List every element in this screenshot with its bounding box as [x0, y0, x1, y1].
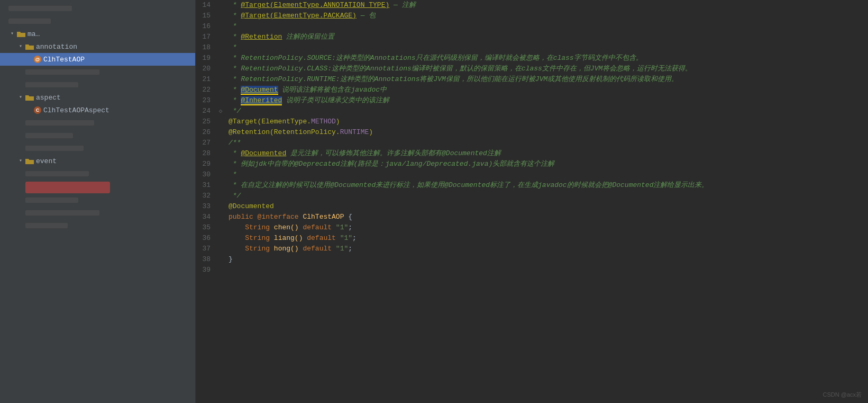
tree-item-label: aspect: [36, 94, 61, 102]
code-line: 24◇ */: [196, 106, 868, 117]
code-token-line: * @Inherited 说明子类可以继承父类中的该注解: [224, 95, 868, 106]
code-token-line: @Target(ElementType.METHOD): [224, 117, 868, 127]
code-line: 31 * 在自定义注解的时候可以使用@Documented来进行标注，如果使用@…: [196, 180, 868, 191]
line-number: 20: [196, 64, 217, 74]
line-number: 23: [196, 95, 217, 106]
tree-item-label: ma…: [28, 30, 40, 38]
tree-item-label: event: [36, 157, 57, 165]
chevron-icon: [8, 30, 16, 38]
line-number: 28: [196, 148, 217, 159]
code-line: 34public @interface ClhTestAOP {: [196, 212, 868, 222]
tree-item-main[interactable]: ma…: [0, 28, 195, 40]
line-number: 15: [196, 11, 217, 21]
code-token-line: String chen() default "1";: [224, 222, 868, 233]
code-line: 20 * RetentionPolicy.CLASS:这种类型的Annotati…: [196, 64, 868, 74]
chevron-icon: [17, 157, 24, 165]
code-line: 35 String chen() default "1";: [196, 222, 868, 233]
code-line: 23 * @Inherited 说明子类可以继承父类中的该注解: [196, 95, 868, 106]
code-line: 15 * @Target(ElementType.PACKAGE) — 包: [196, 11, 868, 21]
tree-item-blurred12: [0, 219, 195, 232]
line-number: 34: [196, 212, 217, 222]
code-token-line: *: [224, 42, 868, 53]
code-token-line: *: [224, 21, 868, 32]
code-token-line: * @Retention 注解的保留位置: [224, 32, 868, 42]
code-token-line: * RetentionPolicy.SOURCE:这种类型的Annotation…: [224, 53, 868, 64]
code-line: 27/**: [196, 138, 868, 148]
code-line: 16 *: [196, 21, 868, 32]
tree-item-blurred4: [0, 78, 195, 91]
line-number: 31: [196, 180, 217, 191]
code-line: 26@Retention(RetentionPolicy.RUNTIME): [196, 127, 868, 138]
tree-item-ClhTestAOP[interactable]: @ ClhTestAOP: [0, 53, 195, 66]
tree-item-blurred5: [0, 117, 195, 129]
line-number: 33: [196, 201, 217, 212]
line-number: 24: [196, 106, 217, 117]
code-editor[interactable]: 14 * @Target(ElementType.ANNOTATION_TYPE…: [196, 0, 868, 403]
folder-icon: [25, 94, 34, 101]
tree-item-blurred10: [0, 194, 195, 207]
code-token-line: * RetentionPolicy.CLASS:这种类型的Annotations…: [224, 64, 868, 74]
code-line: 25@Target(ElementType.METHOD): [196, 117, 868, 127]
code-token-line: * @Document 说明该注解将被包含在javadoc中: [224, 85, 868, 95]
line-number: 16: [196, 21, 217, 32]
tree-item-blurred-top: [0, 2, 195, 15]
code-line: 19 * RetentionPolicy.SOURCE:这种类型的Annotat…: [196, 53, 868, 64]
tree-item-blurred8: [0, 167, 195, 180]
fold-gutter: ◇: [217, 106, 224, 117]
code-token-line: *: [224, 169, 868, 180]
code-token-line: */: [224, 106, 868, 117]
code-token-line: /**: [224, 138, 868, 148]
annotation-class-icon: @: [34, 56, 41, 63]
code-token-line: * 例如jdk中自带的@Deprecated注解(路径是：java/lang/D…: [224, 159, 868, 169]
code-line: 22 * @Document 说明该注解将被包含在javadoc中: [196, 85, 868, 95]
file-tree[interactable]: ma… annotation @ ClhTestAOP aspect C: [0, 0, 196, 403]
code-line: 29 * 例如jdk中自带的@Deprecated注解(路径是：java/lan…: [196, 159, 868, 169]
tree-item-blurred6: [0, 129, 195, 142]
code-token-line: * @Target(ElementType.PACKAGE) — 包: [224, 11, 868, 21]
line-number: 27: [196, 138, 217, 148]
code-line: 18 *: [196, 42, 868, 53]
tree-item-label: annotation: [36, 43, 77, 51]
line-number: 19: [196, 53, 217, 64]
watermark: CSDN @acx若: [823, 391, 862, 399]
tree-item-aspect[interactable]: aspect: [0, 91, 195, 104]
tree-item-label: ClhTestAOP: [43, 56, 85, 64]
tree-item-blurred-top2: [0, 15, 195, 28]
code-line: 36 String liang() default "1";: [196, 233, 868, 244]
line-number: 17: [196, 32, 217, 42]
code-line: 28 * @Documented 是元注解，可以修饰其他注解。许多注解头部都有@…: [196, 148, 868, 159]
code-token-line: * 在自定义注解的时候可以使用@Documented来进行标注，如果使用@Doc…: [224, 180, 868, 191]
class-icon: C: [34, 106, 41, 114]
code-token-line: @Documented: [224, 201, 868, 212]
folder-icon: [17, 31, 25, 37]
code-token-line: }: [224, 254, 868, 265]
line-number: 35: [196, 222, 217, 233]
code-line: 38}: [196, 254, 868, 265]
code-line: 39: [196, 265, 868, 275]
code-line: 33@Documented: [196, 201, 868, 212]
code-token-line: * @Documented 是元注解，可以修饰其他注解。许多注解头部都有@Doc…: [224, 148, 868, 159]
line-number: 30: [196, 169, 217, 180]
tree-item-ClhTestAOPAspect[interactable]: C ClhTestAOPAspect: [0, 104, 195, 117]
folder-icon: [25, 43, 34, 50]
code-token-line: String liang() default "1";: [224, 233, 868, 244]
tree-item-event[interactable]: event: [0, 155, 195, 167]
tree-item-blurred11: [0, 207, 195, 219]
code-line: 17 * @Retention 注解的保留位置: [196, 32, 868, 42]
tree-item-annotation[interactable]: annotation: [0, 40, 195, 53]
code-content-area: 14 * @Target(ElementType.ANNOTATION_TYPE…: [196, 0, 868, 403]
code-line: 14 * @Target(ElementType.ANNOTATION_TYPE…: [196, 0, 868, 11]
line-number: 38: [196, 254, 217, 265]
line-number: 36: [196, 233, 217, 244]
code-line: 37 String hong() default "1";: [196, 244, 868, 254]
code-token-line: * @Target(ElementType.ANNOTATION_TYPE) —…: [224, 0, 868, 11]
line-number: 39: [196, 265, 217, 275]
folder-icon: [25, 158, 34, 164]
line-number: 29: [196, 159, 217, 169]
line-number: 21: [196, 74, 217, 85]
code-line: 32 */: [196, 191, 868, 201]
code-token-line: String hong() default "1";: [224, 244, 868, 254]
tree-item-blurred3: [0, 66, 195, 78]
tree-item-label: ClhTestAOPAspect: [43, 106, 109, 114]
tree-item-blurred9: [0, 181, 195, 194]
